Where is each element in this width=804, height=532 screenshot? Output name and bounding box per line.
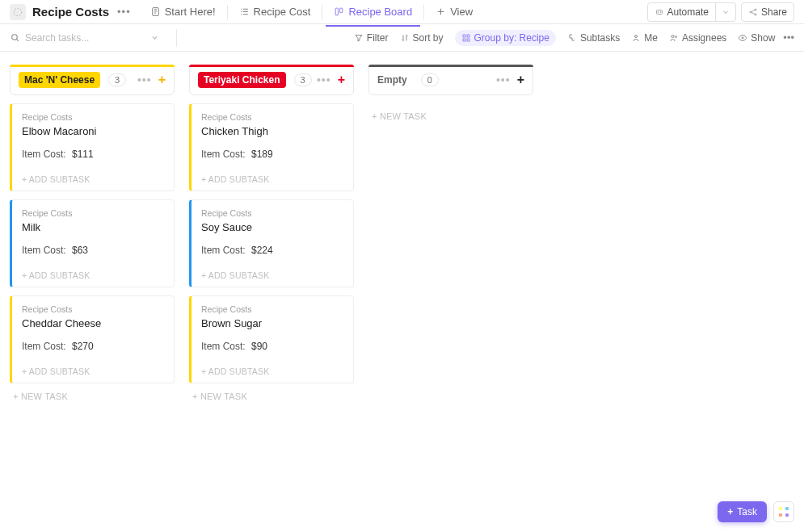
card-field-row: Item Cost:$111: [22, 149, 164, 160]
card-list: Recipe CostsElbow MacaroniItem Cost:$111…: [10, 103, 175, 383]
svg-rect-11: [463, 35, 465, 37]
field-value: $270: [72, 341, 94, 352]
column-add-button[interactable]: +: [338, 73, 345, 87]
card-field-row: Item Cost:$90: [201, 341, 343, 352]
toolbar-more-icon[interactable]: •••: [783, 31, 794, 44]
add-subtask-button[interactable]: + ADD SUBTASK: [22, 362, 164, 383]
svg-point-17: [675, 36, 676, 37]
svg-point-6: [660, 11, 661, 12]
field-label: Item Cost:: [201, 149, 251, 160]
card-breadcrumb: Recipe Costs: [201, 208, 343, 218]
search-icon: [10, 32, 20, 43]
divider: [322, 5, 322, 19]
add-subtask-button[interactable]: + ADD SUBTASK: [201, 266, 343, 287]
card-breadcrumb: Recipe Costs: [201, 112, 343, 122]
task-card[interactable]: Recipe CostsElbow MacaroniItem Cost:$111…: [10, 103, 175, 191]
add-subtask-button[interactable]: + ADD SUBTASK: [22, 170, 164, 191]
svg-rect-4: [656, 10, 662, 14]
new-task-button[interactable]: + NEW TASK: [368, 103, 533, 129]
svg-point-8: [755, 9, 756, 10]
subtasks-icon: [567, 33, 577, 43]
field-label: Item Cost:: [22, 149, 72, 160]
people-icon: [669, 33, 679, 43]
title-more-icon[interactable]: •••: [117, 6, 131, 18]
new-task-fab[interactable]: + Task: [718, 501, 767, 522]
toolbar: Filter Sort by Group by: Recipe Subtasks…: [0, 24, 804, 52]
apps-fab[interactable]: [773, 501, 794, 522]
field-value: $224: [251, 245, 273, 256]
field-label: Item Cost:: [22, 341, 72, 352]
add-subtask-button[interactable]: + ADD SUBTASK: [22, 266, 164, 287]
view-recipe-cost[interactable]: Recipe Cost: [231, 1, 319, 23]
column-emp: Empty0•••++ NEW TASK: [368, 65, 533, 129]
column-more-icon[interactable]: •••: [496, 73, 511, 86]
automate-dropdown[interactable]: [715, 3, 735, 21]
show-button[interactable]: Show: [738, 32, 775, 44]
board-icon: [334, 6, 344, 17]
svg-rect-13: [463, 39, 465, 41]
assignees-button[interactable]: Assignees: [669, 32, 726, 44]
view-start-here[interactable]: Start Here!: [142, 1, 224, 23]
chevron-down-icon: [721, 7, 730, 17]
add-view-button[interactable]: View: [427, 1, 481, 23]
svg-point-10: [12, 35, 17, 40]
task-card[interactable]: Recipe CostsMilkItem Cost:$63+ ADD SUBTA…: [10, 199, 175, 287]
card-breadcrumb: Recipe Costs: [22, 304, 164, 314]
svg-rect-2: [336, 8, 339, 15]
task-card[interactable]: Recipe CostsCheddar CheeseItem Cost:$270…: [10, 295, 175, 383]
automate-segmented: Automate: [647, 2, 736, 22]
card-field-row: Item Cost:$189: [201, 149, 343, 160]
eye-icon: [738, 33, 747, 43]
share-button[interactable]: Share: [741, 2, 794, 22]
svg-point-18: [742, 37, 743, 39]
filter-button[interactable]: Filter: [354, 32, 389, 44]
automate-button[interactable]: Automate: [648, 3, 715, 21]
new-task-button[interactable]: + NEW TASK: [10, 383, 175, 409]
fab-row: + Task: [718, 501, 794, 522]
topbar: Recipe Costs ••• Start Here! Recipe Cost…: [0, 0, 804, 24]
divider: [176, 29, 177, 47]
column-add-button[interactable]: +: [517, 73, 524, 87]
column-count: 0: [421, 73, 439, 86]
robot-icon: [655, 7, 664, 17]
list-icon: [239, 6, 250, 17]
divider: [227, 5, 228, 19]
sort-button[interactable]: Sort by: [400, 32, 444, 44]
page-title: Recipe Costs: [32, 5, 109, 19]
column-header: Mac 'N' Cheese3•••+: [10, 65, 175, 95]
card-field-row: Item Cost:$224: [201, 245, 343, 256]
task-card[interactable]: Recipe CostsBrown SugarItem Cost:$90+ AD…: [189, 295, 354, 383]
search-input[interactable]: [25, 32, 146, 44]
column-more-icon[interactable]: •••: [317, 73, 331, 86]
column-mac: Mac 'N' Cheese3•••+Recipe CostsElbow Mac…: [10, 65, 175, 409]
task-card[interactable]: Recipe CostsSoy SauceItem Cost:$224+ ADD…: [189, 199, 354, 287]
search-chevron-icon[interactable]: [149, 32, 160, 43]
field-value: $90: [251, 341, 267, 352]
search-wrap: [10, 32, 165, 44]
view-tabs: Start Here! Recipe Cost Recipe Board Vie…: [142, 1, 481, 23]
card-breadcrumb: Recipe Costs: [22, 112, 164, 122]
svg-point-5: [658, 11, 659, 12]
card-title: Chicken Thigh: [201, 125, 343, 137]
add-subtask-button[interactable]: + ADD SUBTASK: [201, 362, 343, 383]
column-count: 3: [108, 73, 126, 86]
me-button[interactable]: Me: [631, 32, 658, 44]
plus-icon: +: [727, 506, 733, 517]
group-by-button[interactable]: Group by: Recipe: [455, 30, 556, 46]
add-subtask-button[interactable]: + ADD SUBTASK: [201, 170, 343, 191]
column-more-icon[interactable]: •••: [137, 73, 152, 86]
view-recipe-board[interactable]: Recipe Board: [326, 1, 420, 23]
new-task-button[interactable]: + NEW TASK: [189, 383, 354, 409]
svg-rect-14: [467, 39, 469, 41]
share-icon: [748, 7, 758, 17]
field-value: $63: [72, 245, 88, 256]
divider: [423, 5, 424, 19]
svg-point-15: [635, 35, 638, 37]
plus-icon: [436, 6, 446, 17]
space-icon: [10, 4, 26, 20]
person-icon: [631, 33, 641, 43]
column-add-button[interactable]: +: [158, 73, 166, 87]
board: Mac 'N' Cheese3•••+Recipe CostsElbow Mac…: [0, 52, 804, 422]
subtasks-button[interactable]: Subtasks: [567, 32, 620, 44]
task-card[interactable]: Recipe CostsChicken ThighItem Cost:$189+…: [189, 103, 354, 191]
